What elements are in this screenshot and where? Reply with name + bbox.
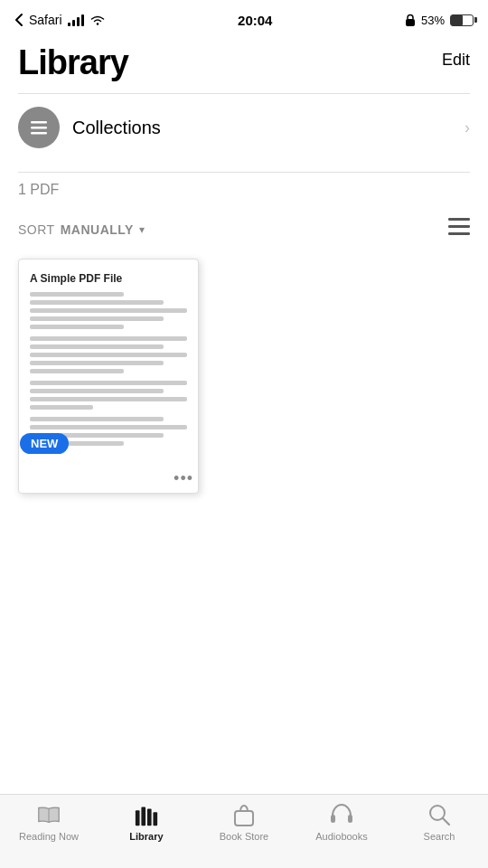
collections-label: Collections [72,118,465,138]
svg-rect-13 [141,807,145,826]
collections-chevron-icon: › [465,118,470,137]
page-title: Library [18,43,128,82]
svg-rect-3 [81,14,84,26]
sort-left[interactable]: SORT MANUALLY ▾ [18,222,145,237]
text-line [30,308,187,313]
text-line [30,405,93,410]
svg-rect-17 [331,815,335,823]
book-item[interactable]: A Simple PDF File NEW ••• [18,259,199,494]
collections-icon [18,107,60,148]
edit-button[interactable]: Edit [442,43,470,70]
svg-rect-2 [77,17,80,26]
svg-rect-9 [448,225,470,228]
svg-rect-1 [72,20,75,26]
svg-rect-10 [448,232,470,235]
sort-prefix-label: SORT [18,222,55,237]
library-icon [134,802,159,827]
carrier-label: Safari [29,13,62,27]
book-grid: A Simple PDF File NEW ••• [0,250,488,506]
text-line [30,397,187,401]
collections-row[interactable]: Collections › [0,94,488,161]
list-view-button[interactable] [448,218,470,241]
text-line [30,344,164,349]
svg-rect-0 [68,23,70,26]
svg-rect-6 [31,127,47,129]
svg-rect-16 [235,811,253,826]
svg-rect-4 [406,19,415,26]
text-line [30,425,187,429]
reading-now-icon [36,802,61,827]
text-line [30,353,187,357]
svg-rect-18 [348,815,352,823]
battery-percent: 53% [421,14,445,27]
tab-reading-now-label: Reading Now [19,831,79,842]
text-line [30,325,124,329]
book-cover-title: A Simple PDF File [30,272,187,285]
tab-search[interactable]: Search [390,802,488,842]
text-line [30,316,164,321]
svg-rect-15 [153,812,157,826]
book-cover: A Simple PDF File [18,259,199,494]
tab-library[interactable]: Library [98,802,195,842]
magnifier-icon [427,803,451,826]
sort-value-label: MANUALLY [61,222,134,237]
tab-audiobooks-label: Audiobooks [315,831,368,842]
pdf-count-label: 1 PDF [0,173,488,212]
tab-reading-now[interactable]: Reading Now [0,802,98,842]
text-line [30,369,124,373]
search-icon [427,802,452,827]
status-right: 53% [405,14,474,27]
status-time: 20:04 [238,13,272,28]
sort-chevron-icon: ▾ [139,223,145,236]
book-more-button[interactable]: ••• [174,469,193,488]
battery-icon [450,14,474,26]
svg-rect-8 [448,218,470,221]
text-line [30,336,187,341]
text-line [30,417,164,421]
sort-bar: SORT MANUALLY ▾ [0,212,488,250]
book-store-icon [231,802,257,827]
signal-icon [68,14,84,26]
svg-line-20 [443,818,449,825]
text-line [30,292,124,297]
headphones-icon [329,803,354,826]
audiobooks-icon [329,802,354,827]
tab-book-store[interactable]: Book Store [195,802,293,842]
text-line [30,381,187,385]
collections-lines-icon [28,117,50,138]
new-badge: NEW [20,433,69,454]
status-bar: Safari 20:04 53% [0,0,488,40]
tab-audiobooks[interactable]: Audiobooks [293,802,390,842]
svg-rect-14 [147,808,152,826]
text-line [30,389,164,393]
text-line [30,300,164,305]
bag-icon [232,803,256,826]
tab-library-label: Library [129,831,163,842]
library-books-icon [134,803,159,826]
tab-book-store-label: Book Store [220,831,268,842]
svg-rect-12 [136,810,140,826]
svg-rect-7 [31,132,47,135]
status-left: Safari [14,13,106,27]
tab-bar: Reading Now Library Book Store [0,794,488,868]
back-icon [14,13,23,27]
svg-rect-5 [31,121,47,124]
lock-icon [405,14,416,26]
tab-search-label: Search [424,831,455,842]
header: Library Edit [0,40,488,82]
book-open-icon [36,804,61,826]
list-view-icon [448,218,470,236]
wifi-icon [89,14,106,26]
text-line [30,361,164,365]
